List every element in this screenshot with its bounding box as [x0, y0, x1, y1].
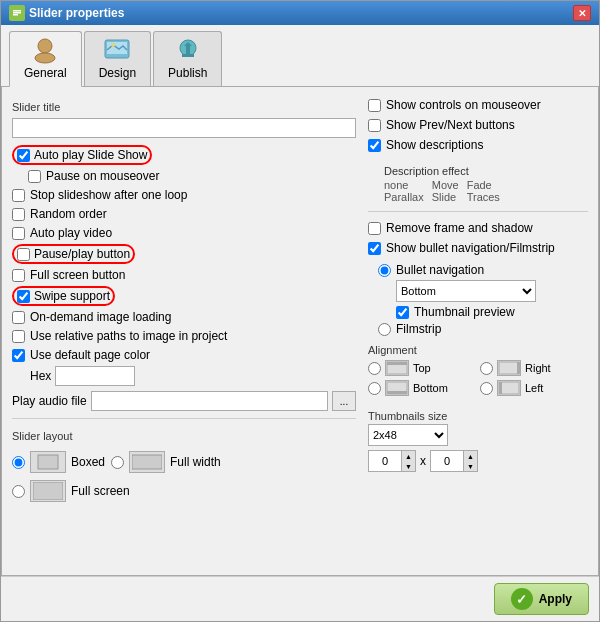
design-tab-icon [103, 36, 131, 64]
pause-on-mouseover-checkbox[interactable] [28, 170, 41, 183]
stop-after-loop-label: Stop slideshow after one loop [30, 188, 187, 202]
random-order-label: Random order [30, 207, 107, 221]
browse-button[interactable]: ... [332, 391, 356, 411]
fullscreen-button-label: Full screen button [30, 268, 125, 282]
titlebar-left: Slider properties [9, 5, 124, 21]
align-bottom-thumb [385, 380, 409, 396]
bullet-navigation-radio[interactable] [378, 264, 391, 277]
remove-frame-shadow-checkbox[interactable] [368, 222, 381, 235]
apply-icon: ✓ [511, 588, 533, 610]
close-button[interactable]: ✕ [573, 5, 591, 21]
use-default-page-color-checkbox[interactable] [12, 349, 25, 362]
size-h-down-btn[interactable]: ▼ [463, 461, 477, 471]
layout-boxed-option: Boxed [12, 451, 105, 473]
on-demand-image-checkbox[interactable] [12, 311, 25, 324]
content-area: Slider title Auto play Slide Show Pause … [1, 86, 599, 576]
align-top-radio[interactable] [368, 362, 381, 375]
layout-full-width-radio[interactable] [111, 456, 124, 469]
filmstrip-label: Filmstrip [396, 322, 441, 336]
play-audio-input[interactable] [91, 391, 328, 411]
bullet-navigation-row: Bullet navigation [378, 263, 588, 277]
auto-play-video-checkbox[interactable] [12, 227, 25, 240]
tabs-bar: General Design Publish [1, 25, 599, 86]
svg-point-5 [35, 53, 55, 63]
show-prev-next-checkbox[interactable] [368, 119, 381, 132]
hex-label: Hex [30, 369, 51, 383]
footer: ✓ Apply [1, 576, 599, 621]
alignment-label: Alignment [368, 344, 588, 356]
hex-input[interactable] [55, 366, 135, 386]
auto-play-slideshow-checkbox[interactable] [17, 149, 30, 162]
pause-play-button-checkbox[interactable] [17, 248, 30, 261]
filmstrip-radio[interactable] [378, 323, 391, 336]
use-relative-paths-checkbox[interactable] [12, 330, 25, 343]
random-order-checkbox[interactable] [12, 208, 25, 221]
window-title: Slider properties [29, 6, 124, 20]
swipe-support-checkbox[interactable] [17, 290, 30, 303]
svg-rect-10 [186, 46, 190, 54]
titlebar: Slider properties ✕ [1, 1, 599, 25]
right-divider-1 [368, 211, 588, 212]
size-inputs: ▲ ▼ x ▲ ▼ [368, 450, 588, 472]
align-top-label: Top [413, 362, 431, 374]
layout-full-width-option: Full width [111, 451, 221, 473]
slider-properties-window: Slider properties ✕ General Design [0, 0, 600, 622]
align-top-option: Top [368, 360, 476, 376]
show-controls-mouseover-checkbox[interactable] [368, 99, 381, 112]
svg-rect-22 [499, 382, 502, 394]
layout-full-screen-thumb [30, 480, 66, 502]
layout-boxed-radio[interactable] [12, 456, 25, 469]
size-w-up-btn[interactable]: ▲ [401, 451, 415, 461]
tab-publish[interactable]: Publish [153, 31, 222, 86]
bullet-navigation-label: Bullet navigation [396, 263, 484, 277]
stop-after-loop-checkbox[interactable] [12, 189, 25, 202]
size-h-up-btn[interactable]: ▲ [463, 451, 477, 461]
pause-play-button-label: Pause/play button [34, 247, 130, 261]
pause-on-mouseover-label: Pause on mouseover [46, 169, 159, 183]
auto-play-video-row: Auto play video [12, 225, 356, 241]
random-order-row: Random order [12, 206, 356, 222]
tab-general-label: General [24, 66, 67, 80]
alignment-section: Alignment Top Right [368, 344, 588, 396]
show-bullet-nav-row: Show bullet navigation/Filmstrip [368, 240, 588, 256]
tab-design[interactable]: Design [84, 31, 151, 86]
effect-move: Move [432, 179, 467, 191]
window-icon [9, 5, 25, 21]
show-bullet-nav-checkbox[interactable] [368, 242, 381, 255]
show-descriptions-checkbox[interactable] [368, 139, 381, 152]
svg-rect-3 [13, 14, 18, 16]
divider [12, 418, 356, 419]
size-w-spinner: ▲ ▼ [401, 451, 415, 471]
size-x-label: x [420, 454, 426, 468]
auto-play-slideshow-label: Auto play Slide Show [34, 148, 147, 162]
effect-fade: Fade [467, 179, 500, 191]
filmstrip-row: Filmstrip [378, 322, 588, 336]
layout-full-screen-radio[interactable] [12, 485, 25, 498]
slider-title-label: Slider title [12, 101, 356, 113]
slider-title-input[interactable] [12, 118, 356, 138]
align-left-radio[interactable] [480, 382, 493, 395]
nav-position-select[interactable]: Bottom Top [396, 280, 536, 302]
size-w-input[interactable] [369, 451, 401, 471]
size-h-spinner: ▲ ▼ [463, 451, 477, 471]
svg-rect-11 [182, 54, 194, 57]
auto-play-slideshow-circled: Auto play Slide Show [12, 145, 152, 165]
hex-row: Hex [30, 366, 356, 386]
layout-full-width-label: Full width [170, 455, 221, 469]
align-bottom-radio[interactable] [368, 382, 381, 395]
nav-dropdown-container: Bottom Top [396, 280, 588, 302]
size-h-input[interactable] [431, 451, 463, 471]
size-w-down-btn[interactable]: ▼ [401, 461, 415, 471]
apply-button[interactable]: ✓ Apply [494, 583, 589, 615]
svg-rect-20 [387, 391, 407, 394]
thumbnail-preview-checkbox[interactable] [396, 306, 409, 319]
align-right-radio[interactable] [480, 362, 493, 375]
align-bottom-label: Bottom [413, 382, 448, 394]
show-prev-next-label: Show Prev/Next buttons [386, 118, 515, 132]
tab-general[interactable]: General [9, 31, 82, 87]
right-panel: Show controls on mouseover Show Prev/Nex… [368, 97, 588, 565]
fullscreen-button-checkbox[interactable] [12, 269, 25, 282]
tab-design-label: Design [99, 66, 136, 80]
thumbnails-size-select[interactable]: 2x48 [368, 424, 448, 446]
align-right-label: Right [525, 362, 551, 374]
